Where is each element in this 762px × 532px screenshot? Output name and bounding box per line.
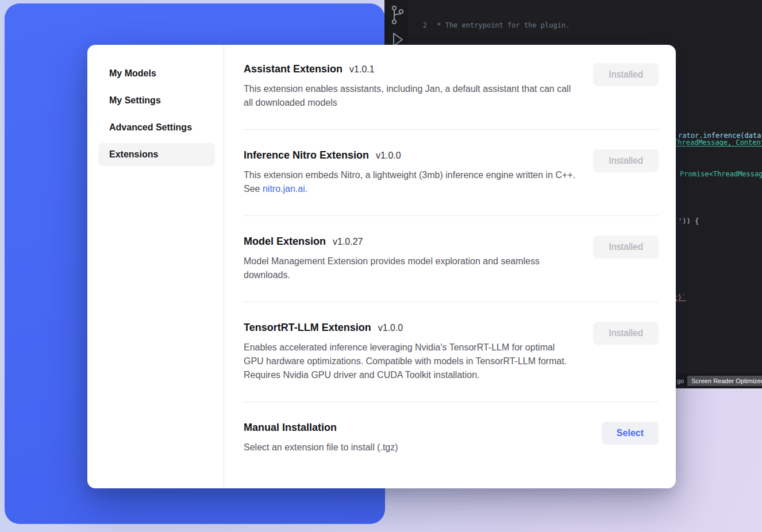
extension-version: v1.0.0 <box>376 151 401 161</box>
code-fragment: ')) { <box>678 217 699 225</box>
manual-installation-row: Manual Installation Select an extension … <box>244 402 659 454</box>
source-control-icon[interactable] <box>388 3 406 29</box>
extensions-panel: Assistant Extension v1.0.1 This extensio… <box>224 45 676 488</box>
code-text: * The entrypoint for the plugin. <box>427 21 569 30</box>
extension-title: Model Extension <box>244 236 326 248</box>
extension-info: Model Extension v1.0.27 Model Management… <box>244 236 593 282</box>
manual-installation-description: Select an extension file to install (.tg… <box>244 441 577 454</box>
sidebar-item-extensions[interactable]: Extensions <box>98 143 215 166</box>
extension-title: Inference Nitro Extension <box>244 149 369 161</box>
extension-description: This extension enables assistants, inclu… <box>244 82 577 110</box>
installed-button[interactable]: Installed <box>593 236 659 259</box>
sidebar-item-my-models[interactable]: My Models <box>98 62 215 85</box>
code-fragment: Promise<ThreadMessage> <box>680 170 762 178</box>
code-fragment: rator.inference(data)); <box>678 132 762 140</box>
extension-description: This extension embeds Nitro, a lightweig… <box>244 168 577 196</box>
line-number: 2 <box>409 21 427 30</box>
sidebar-item-my-settings[interactable]: My Settings <box>98 89 215 112</box>
extension-row-model: Model Extension v1.0.27 Model Management… <box>244 216 659 302</box>
sidebar-item-advanced-settings[interactable]: Advanced Settings <box>98 116 215 139</box>
code-line: 2 * The entrypoint for the plugin. <box>409 21 762 30</box>
extension-description: Model Management Extension provides mode… <box>244 255 577 282</box>
select-file-button[interactable]: Select <box>602 422 659 445</box>
extension-row-assistant: Assistant Extension v1.0.1 This extensio… <box>244 63 659 130</box>
extension-info: TensortRT-LLM Extension v1.0.0 Enables a… <box>244 322 593 382</box>
nitro-jan-ai-link[interactable]: nitro.jan.ai. <box>263 184 307 194</box>
extension-version: v1.0.1 <box>349 64 375 75</box>
status-bar-text: go <box>677 377 684 384</box>
extension-version: v1.0.27 <box>333 237 363 247</box>
extension-version: v1.0.0 <box>378 323 403 333</box>
installed-button[interactable]: Installed <box>593 322 659 345</box>
settings-modal: My Models My Settings Advanced Settings … <box>87 45 676 488</box>
installed-button[interactable]: Installed <box>593 63 659 86</box>
extension-row-tensorrt-llm: TensortRT-LLM Extension v1.0.0 Enables a… <box>244 302 659 402</box>
extension-info: Assistant Extension v1.0.1 This extensio… <box>244 63 593 110</box>
manual-installation-title: Manual Installation <box>244 422 337 434</box>
settings-sidebar: My Models My Settings Advanced Settings … <box>87 45 224 488</box>
extension-title: TensortRT-LLM Extension <box>244 322 371 334</box>
extension-info: Manual Installation Select an extension … <box>244 422 602 454</box>
installed-button[interactable]: Installed <box>593 149 659 172</box>
extension-row-inference-nitro: Inference Nitro Extension v1.0.0 This ex… <box>244 130 659 216</box>
extension-info: Inference Nitro Extension v1.0.0 This ex… <box>244 149 593 196</box>
screen-reader-optimized-button[interactable]: Screen Reader Optimized <box>687 376 762 386</box>
extension-description: Enables accelerated inference leveraging… <box>244 341 577 382</box>
extension-title: Assistant Extension <box>244 63 342 75</box>
